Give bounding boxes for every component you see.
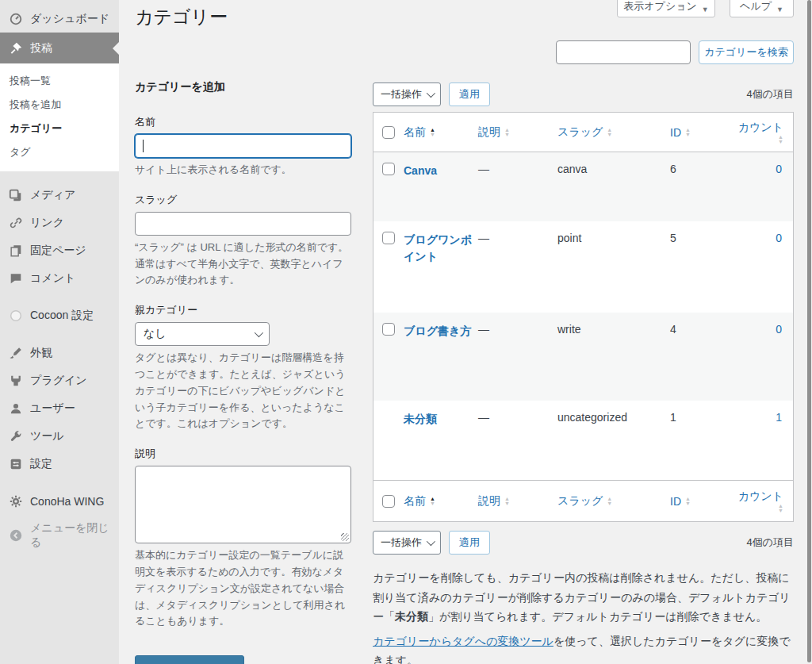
row-checkbox[interactable] — [382, 163, 395, 175]
column-header-count[interactable]: カウント ▲▼ — [735, 489, 793, 513]
description-textarea[interactable] — [135, 466, 351, 543]
sidebar-item-media[interactable]: メディア — [0, 181, 119, 209]
chevron-down-icon — [427, 537, 435, 546]
name-label: 名前 — [135, 115, 351, 129]
category-id: 4 — [670, 313, 735, 336]
list-toolbar-bottom: 一括操作 適用 4個の項目 — [373, 530, 794, 555]
table-body: Canva — canva 6 0 ブログワンポイント — point 5 0 … — [373, 152, 793, 480]
category-notes: カテゴリーを削除しても、カテゴリー内の投稿は削除されません。ただし、投稿に割り当… — [373, 568, 794, 664]
settings-icon — [8, 456, 23, 471]
category-count-link[interactable]: 1 — [735, 401, 793, 424]
circle-icon — [8, 308, 23, 323]
sort-arrows-icon: ▲▼ — [778, 135, 783, 144]
sort-arrows-icon: ▲▼ — [685, 128, 691, 137]
sidebar-item-label: 固定ページ — [30, 244, 86, 258]
delete-note: カテゴリーを削除しても、カテゴリー内の投稿は削除されません。ただし、投稿に割り当… — [373, 568, 794, 627]
collapse-arrow-icon — [8, 528, 23, 543]
bulk-actions-select[interactable]: 一括操作 — [373, 83, 441, 106]
sidebar-item-users[interactable]: ユーザー — [0, 394, 119, 422]
form-title: カテゴリーを追加 — [135, 80, 351, 94]
row-checkbox[interactable] — [382, 323, 395, 336]
sidebar-item-plugins[interactable]: プラグイン — [0, 367, 119, 394]
category-to-tag-converter-link[interactable]: カテゴリーからタグへの変換ツール — [373, 635, 553, 647]
vertical-scrollbar[interactable] — [807, 0, 811, 662]
sidebar-item-dashboard[interactable]: ダッシュボード — [0, 5, 119, 33]
gear-icon — [8, 493, 23, 509]
column-header-name[interactable]: 名前 ▲▼ — [404, 125, 478, 140]
row-checkbox[interactable] — [382, 232, 395, 244]
apply-button[interactable]: 適用 — [449, 83, 490, 106]
parent-category-select[interactable]: なし — [135, 322, 270, 346]
sidebar-item-collapse-menu[interactable]: メニューを閉じる — [0, 515, 119, 556]
category-name-link[interactable]: ブログ書き方 — [404, 313, 478, 340]
sort-arrows-icon: ▲▼ — [430, 128, 435, 137]
slug-input[interactable] — [135, 212, 351, 236]
resize-handle[interactable] — [341, 533, 349, 541]
sort-arrows-icon: ▲▼ — [430, 497, 435, 506]
column-header-id[interactable]: ID ▲▼ — [670, 126, 735, 139]
help-button[interactable]: ヘルプ ▼ — [730, 0, 794, 17]
name-input[interactable] — [135, 134, 351, 158]
sidebar-item-label: Cocoon 設定 — [30, 309, 94, 323]
add-category-form: カテゴリーを追加 名前 サイト上に表示される名前です。 スラッグ “スラッグ” … — [135, 80, 351, 664]
sidebar-item-label: 設定 — [30, 457, 52, 471]
chevron-down-icon — [255, 328, 263, 337]
column-header-slug[interactable]: スラッグ ▲▼ — [557, 494, 670, 509]
sidebar-item-appearance[interactable]: 外観 — [0, 339, 119, 367]
column-header-slug[interactable]: スラッグ ▲▼ — [557, 125, 670, 140]
sidebar-item-settings[interactable]: 設定 — [0, 450, 119, 478]
column-header-id[interactable]: ID ▲▼ — [670, 495, 735, 508]
category-slug: point — [557, 221, 670, 244]
screen-options-button[interactable]: 表示オプション ▼ — [617, 0, 715, 17]
sidebar-item-links[interactable]: リンク — [0, 209, 119, 236]
column-header-count[interactable]: カウント ▲▼ — [735, 121, 793, 144]
sidebar-item-cocoon-settings[interactable]: Cocoon 設定 — [0, 301, 119, 329]
category-description: — — [478, 313, 557, 336]
parent-category-label: 親カテゴリー — [135, 303, 351, 317]
category-description: — — [478, 152, 557, 175]
column-header-name[interactable]: 名前 ▲▼ — [404, 494, 478, 509]
category-name-link[interactable]: Canva — [404, 152, 478, 179]
category-name-link[interactable]: 未分類 — [404, 401, 478, 428]
search-categories-input[interactable] — [556, 40, 691, 64]
sidebar-item-tools[interactable]: ツール — [0, 422, 119, 450]
sidebar-item-categories[interactable]: カテゴリー — [0, 117, 119, 140]
sort-arrows-icon: ▲▼ — [504, 497, 510, 506]
sidebar-item-comments[interactable]: コメント — [0, 264, 119, 292]
apply-button[interactable]: 適用 — [449, 531, 490, 555]
category-name-link[interactable]: ブログワンポイント — [404, 221, 478, 265]
column-header-description[interactable]: 説明 ▲▼ — [478, 494, 557, 509]
select-all-checkbox[interactable] — [382, 126, 395, 139]
category-count-link[interactable]: 0 — [735, 221, 793, 244]
items-count: 4個の項目 — [746, 535, 794, 550]
media-icon — [8, 187, 23, 202]
brush-icon — [8, 345, 23, 360]
sidebar-item-posts[interactable]: 投稿 — [0, 33, 119, 63]
sidebar-item-add-post[interactable]: 投稿を追加 — [0, 93, 119, 117]
sort-arrows-icon: ▲▼ — [778, 504, 783, 513]
posts-submenu: 投稿一覧 投稿を追加 カテゴリー タグ — [0, 63, 119, 171]
pages-icon — [8, 243, 23, 258]
sidebar-item-label: ツール — [30, 429, 64, 443]
select-all-checkbox[interactable] — [382, 495, 395, 508]
text-cursor — [143, 140, 144, 152]
sidebar-item-label: ユーザー — [30, 401, 75, 416]
table-row: Canva — canva 6 0 — [373, 152, 793, 221]
sidebar-item-label: 外観 — [30, 346, 52, 360]
sort-arrows-icon: ▲▼ — [504, 128, 510, 137]
table-header-row: 名前 ▲▼ 説明 ▲▼ スラッグ ▲▼ ID ▲▼ カウント ▲▼ — [373, 113, 793, 152]
bulk-actions-select[interactable]: 一括操作 — [373, 531, 441, 555]
category-slug: write — [557, 313, 670, 336]
sidebar-item-conoha-wing[interactable]: ConoHa WING — [0, 487, 119, 515]
sidebar-item-tags[interactable]: タグ — [0, 140, 119, 164]
add-category-button[interactable]: カテゴリーを追加 — [135, 655, 244, 664]
caret-down-icon: ▼ — [776, 6, 783, 13]
category-count-link[interactable]: 0 — [735, 313, 793, 336]
search-categories-button[interactable]: カテゴリーを検索 — [699, 40, 794, 64]
sidebar-item-post-list[interactable]: 投稿一覧 — [0, 69, 119, 93]
sidebar-item-label: メディア — [30, 188, 75, 202]
column-header-description[interactable]: 説明 ▲▼ — [478, 125, 557, 140]
sidebar-item-pages[interactable]: 固定ページ — [0, 236, 119, 264]
category-count-link[interactable]: 0 — [735, 152, 793, 175]
sidebar-item-label: ダッシュボード — [30, 12, 109, 26]
